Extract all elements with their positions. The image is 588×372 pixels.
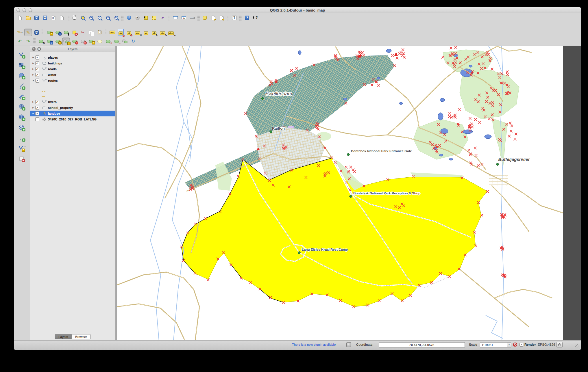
layer-checkbox[interactable]: ✓ <box>35 73 39 77</box>
add-wms-layer-button[interactable] <box>17 103 27 112</box>
identify-button[interactable]: i <box>125 14 133 21</box>
map-canvas[interactable]: Swellendam Railton Bontebok National Par… <box>117 46 563 341</box>
expand-arrow-icon[interactable]: ▶ <box>31 68 35 70</box>
remove-layer-button[interactable] <box>17 155 27 164</box>
expand-arrow-icon[interactable]: ▶ <box>31 101 35 103</box>
help-contents-button[interactable]: ? <box>243 14 251 21</box>
layer-row-routes[interactable]: ▼ ✓ routes <box>30 78 115 83</box>
copy-features-button[interactable] <box>87 29 95 36</box>
layer-row-buildings[interactable]: ▶ ✓ buildings <box>30 60 115 66</box>
add-spatialite-layer-button[interactable] <box>17 82 27 91</box>
rotate-label-button[interactable]: ab↻ <box>150 29 158 36</box>
coordinate-input[interactable] <box>379 342 465 347</box>
layer-row-rivers[interactable]: ▶ ✓ rivers <box>30 99 115 105</box>
scale-combobox[interactable]: 1:19951 ▾ <box>480 342 511 347</box>
layer-row-roads[interactable]: ▶ ✓ roads <box>30 66 115 72</box>
expand-arrow-icon[interactable]: ▶ <box>31 74 35 76</box>
layer-checkbox[interactable]: ✓ <box>35 61 39 65</box>
redo-button[interactable]: ↷ <box>24 38 32 45</box>
reshape-features-button[interactable]: ▾ <box>87 38 95 45</box>
add-part-button[interactable]: * <box>62 38 70 45</box>
render-checkbox[interactable]: ✓ <box>519 343 523 347</box>
expand-arrow-icon[interactable]: ▶ <box>31 62 35 64</box>
layer-row-water[interactable]: ▶ ✓ water <box>30 72 115 78</box>
expand-arrow-icon[interactable]: ▶ <box>31 112 35 115</box>
collapse-arrow-icon[interactable]: ▼ <box>31 80 35 82</box>
label-settings-button[interactable]: abc▾ <box>167 29 175 36</box>
crs-button[interactable] <box>556 342 563 347</box>
add-ring-button[interactable]: * <box>54 38 62 45</box>
move-feature-button[interactable]: → <box>54 29 62 36</box>
new-bookmark-button[interactable] <box>209 14 217 21</box>
layer-checkbox[interactable]: ✓ <box>35 55 39 59</box>
add-raster-layer-button[interactable] <box>17 61 27 70</box>
undo-button[interactable]: ↶ <box>16 38 24 45</box>
zoom-out-button[interactable]: − <box>96 14 103 21</box>
plugin-link[interactable]: There is a new plugin available <box>292 343 336 346</box>
add-delimited-text-layer-button[interactable]: , <box>17 134 27 143</box>
tab-layers[interactable]: Layers <box>55 334 71 339</box>
show-hide-labels-button[interactable]: abc◉ <box>134 29 141 36</box>
show-bookmarks-button[interactable]: ≡ <box>218 14 225 21</box>
split-parts-button[interactable]: ≈ <box>112 38 120 45</box>
zoom-in-button[interactable]: + <box>87 14 95 21</box>
expand-arrow-icon[interactable]: ▶ <box>31 56 35 59</box>
layer-checkbox[interactable]: ✓ <box>35 67 39 71</box>
offset-curve-button[interactable] <box>96 38 103 45</box>
expand-arrow-icon[interactable]: ▶ <box>31 107 35 109</box>
delete-ring-button[interactable]: × <box>71 38 78 45</box>
split-features-button[interactable]: ✂ <box>104 38 112 45</box>
add-feature-button[interactable]: * <box>45 29 53 36</box>
paste-features-button[interactable] <box>96 29 103 36</box>
zoom-full-button[interactable] <box>79 14 87 21</box>
layer-row-landuse[interactable]: ▶ ✓ ✎ landuse <box>30 111 115 116</box>
map-tips-button[interactable] <box>201 14 209 21</box>
titlebar[interactable]: QGIS 2.0.1-Dufour - basic_map <box>14 7 581 13</box>
save-layer-edits-button[interactable]: ✎ <box>33 29 40 36</box>
add-mssql-layer-button[interactable] <box>17 92 27 101</box>
rotate-point-symbols-button[interactable]: ↻ <box>129 38 137 45</box>
select-expression-button[interactable]: ε <box>159 14 167 21</box>
new-shapefile-layer-button[interactable]: * <box>17 144 27 153</box>
layer-row-school-property[interactable]: ▶ ✓ school_property <box>30 105 115 111</box>
save-project-button[interactable] <box>33 14 40 21</box>
merge-features-button[interactable] <box>121 38 129 45</box>
node-tool-button[interactable] <box>62 29 70 36</box>
save-project-as-button[interactable]: ✎ <box>41 14 49 21</box>
layer-checkbox[interactable]: ✓ <box>35 79 39 83</box>
new-composer-button[interactable]: ▦ <box>49 14 57 21</box>
select-features-button[interactable] <box>142 14 150 21</box>
current-edits-button[interactable]: ✎✎▾ <box>16 29 24 36</box>
unpin-labels-button[interactable]: ab <box>125 29 133 36</box>
layer-checkbox[interactable]: ✓ <box>35 117 39 121</box>
simplify-feature-button[interactable]: ↓ <box>45 38 53 45</box>
labeling-button[interactable]: abc <box>108 29 116 36</box>
move-label-button[interactable]: ab→ <box>142 29 150 36</box>
tab-browser[interactable]: Browser <box>71 334 90 339</box>
stop-render-icon[interactable] <box>513 343 517 347</box>
whats-this-button[interactable]: ? <box>252 14 259 21</box>
composer-manager-button[interactable]: ≡ <box>58 14 66 21</box>
zoom-last-button[interactable]: ↶ <box>112 14 120 21</box>
delete-part-button[interactable]: × <box>79 38 87 45</box>
open-attribute-table-button[interactable] <box>171 14 179 21</box>
pin-labels-button[interactable]: ab <box>117 29 125 36</box>
add-postgis-layer-button[interactable] <box>17 71 27 81</box>
add-wcs-layer-button[interactable] <box>17 113 27 122</box>
change-label-properties-button[interactable]: abc✎ <box>159 29 167 36</box>
resize-grip[interactable] <box>575 344 579 348</box>
delete-selected-button[interactable]: × <box>71 29 78 36</box>
pan-map-button[interactable] <box>71 14 78 21</box>
layer-checkbox[interactable]: ✓ <box>35 111 39 116</box>
layer-row-raster[interactable]: ✓ 3420C_2010_327_RGB_LATLNG <box>30 116 115 122</box>
text-annotation-button[interactable]: T <box>230 14 238 21</box>
plugin-icon[interactable] <box>346 342 351 347</box>
measure-line-button[interactable] <box>188 14 196 21</box>
zoom-actual-button[interactable]: 1:1 <box>104 14 112 21</box>
layer-checkbox[interactable]: ✓ <box>35 100 39 104</box>
chevron-down-icon[interactable]: ▾ <box>507 343 511 347</box>
layer-row-places[interactable]: ▶ ✓ places <box>30 55 115 60</box>
toggle-editing-button[interactable]: ✎ <box>24 29 32 36</box>
field-calculator-button[interactable] <box>180 14 188 21</box>
rotate-feature-button[interactable]: ↻ <box>37 38 45 45</box>
